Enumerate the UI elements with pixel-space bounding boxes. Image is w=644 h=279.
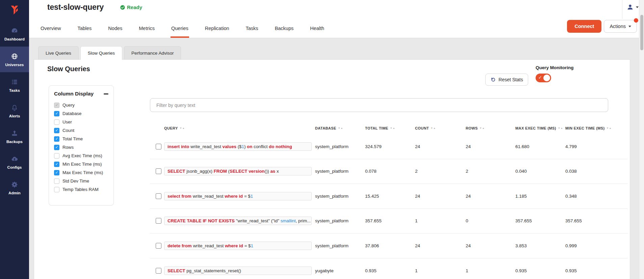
- row-checkbox-cell: [150, 268, 164, 274]
- actions-button[interactable]: Actions: [604, 20, 637, 33]
- checkbox-unchecked[interactable]: [54, 187, 59, 192]
- row-checkbox[interactable]: [156, 243, 161, 249]
- sort-arrows-icon: ▼▲: [431, 127, 436, 129]
- collapse-icon[interactable]: [104, 93, 108, 94]
- checkbox-checked[interactable]: ✓: [54, 170, 59, 175]
- column-header-max-exec-time-ms[interactable]: MAX EXEC TIME (MS)▼▲: [515, 126, 565, 130]
- column-option-rows[interactable]: ✓Rows: [54, 143, 108, 151]
- cell-max-exec-time-ms: 0.040: [515, 169, 565, 174]
- column-option-label: Std Dev Time: [62, 178, 89, 184]
- column-option-total-time[interactable]: ✓Total Time: [54, 135, 108, 143]
- column-option-temp-tables-ram[interactable]: Temp Tables RAM: [54, 185, 108, 194]
- sidebar-item-alerts[interactable]: Alerts: [0, 98, 29, 123]
- column-option-avg-exec-time-ms[interactable]: Avg Exec Time (ms): [54, 151, 108, 160]
- tab-nodes[interactable]: Nodes: [107, 26, 123, 38]
- connect-button[interactable]: Connect: [567, 20, 601, 33]
- checkbox-unchecked[interactable]: [54, 119, 59, 125]
- cell-total-time: 0.935: [365, 268, 415, 273]
- query-text[interactable]: delete from write_read_test where id = $…: [164, 242, 312, 250]
- chevron-down-icon: [628, 26, 631, 27]
- status-label: Ready: [127, 4, 142, 10]
- checkbox-checked[interactable]: ✓: [54, 111, 59, 116]
- cell-max-exec-time-ms: 61.680: [515, 144, 565, 149]
- column-header-count[interactable]: COUNT▼▲: [415, 126, 466, 130]
- column-option-label: Rows: [62, 145, 74, 150]
- column-header-total-time[interactable]: TOTAL TIME▼▲: [365, 126, 415, 130]
- query-text[interactable]: SELECT jsonb_agg(x) FROM (SELECT version…: [164, 167, 312, 175]
- column-option-max-exec-time-ms[interactable]: ✓Max Exec Time (ms): [54, 168, 108, 177]
- query-filter-input[interactable]: [150, 98, 608, 112]
- query-segment-kw: select from: [168, 194, 193, 199]
- query-text[interactable]: SELECT pg_stat_statements_reset(): [164, 267, 312, 275]
- column-header-min-exec-time-ms[interactable]: MIN EXEC TIME (MS)▼▲: [565, 126, 628, 130]
- table-row[interactable]: SELECT jsonb_agg(x) FROM (SELECT version…: [150, 159, 628, 184]
- column-option-min-exec-time-ms[interactable]: ✓Min Exec Time (ms): [54, 160, 108, 168]
- cell-rows: 24: [466, 194, 515, 199]
- row-checkbox[interactable]: [156, 268, 161, 274]
- subtab-performance-advisor[interactable]: Performance Advisor: [124, 46, 181, 59]
- cell-count: 24: [415, 144, 466, 149]
- tab-queries[interactable]: Queries: [171, 26, 189, 38]
- sidebar-item-dashboard[interactable]: Dashboard: [0, 21, 29, 47]
- checkbox-checked[interactable]: ✓: [54, 128, 59, 133]
- column-option-query[interactable]: ✓Query: [54, 101, 108, 109]
- query-cell: CREATE TABLE IF NOT EXISTS "write_read_t…: [164, 217, 315, 225]
- row-checkbox[interactable]: [156, 144, 161, 149]
- column-header-database[interactable]: DATABASE▼▲: [315, 126, 365, 130]
- sidebar-item-admin[interactable]: Admin: [0, 175, 29, 200]
- tab-replication[interactable]: Replication: [204, 26, 230, 38]
- table-row[interactable]: delete from write_read_test where id = $…: [150, 233, 628, 258]
- query-segment-pl: pg_stat_statements_reset(): [186, 268, 241, 273]
- checkbox-checked[interactable]: ✓: [54, 162, 59, 167]
- query-text[interactable]: insert into write_read_test values ($1) …: [164, 142, 312, 151]
- subtab-slow-queries[interactable]: Slow Queries: [80, 46, 122, 60]
- row-checkbox-cell: [150, 193, 164, 199]
- sort-arrows-icon: ▼▲: [558, 127, 563, 129]
- tab-health[interactable]: Health: [309, 26, 325, 38]
- column-option-count[interactable]: ✓Count: [54, 126, 108, 135]
- query-cell: delete from write_read_test where id = $…: [164, 242, 315, 250]
- sidebar-item-universes[interactable]: Universes: [0, 47, 29, 72]
- table-row[interactable]: SELECT pg_stat_statements_reset()yugabyt…: [150, 258, 628, 279]
- checkbox-checked[interactable]: ✓: [54, 136, 59, 142]
- user-menu[interactable]: [626, 3, 639, 11]
- checkbox-unchecked[interactable]: [54, 153, 59, 159]
- sidebar-item-configs[interactable]: Configs: [0, 149, 29, 175]
- query-segment-pl: "write_read_test" ("id": [236, 218, 281, 223]
- query-cell: SELECT pg_stat_statements_reset(): [164, 267, 315, 275]
- scrollbar-thumb[interactable]: [640, 15, 643, 50]
- row-checkbox[interactable]: [156, 168, 161, 174]
- sidebar-item-backups[interactable]: Backups: [0, 123, 29, 149]
- column-option-user[interactable]: User: [54, 118, 108, 126]
- query-text[interactable]: select from write_read_test where id = $…: [164, 192, 312, 200]
- tab-metrics[interactable]: Metrics: [138, 26, 155, 38]
- cell-rows: 1: [466, 268, 515, 273]
- checkbox-checked[interactable]: ✓: [54, 145, 59, 150]
- topbar: test-slow-query Ready OverviewTablesNode…: [29, 0, 644, 38]
- subtab-live-queries[interactable]: Live Queries: [38, 46, 79, 59]
- query-segment-pl: write_read_test: [193, 243, 225, 248]
- row-checkbox[interactable]: [156, 218, 161, 224]
- column-header-rows[interactable]: ROWS▼▲: [466, 126, 515, 130]
- column-option-database[interactable]: ✓Database: [54, 109, 108, 118]
- tab-tables[interactable]: Tables: [77, 26, 92, 38]
- tab-tasks[interactable]: Tasks: [245, 26, 259, 38]
- yugabyte-logo[interactable]: [0, 0, 29, 21]
- table-row[interactable]: CREATE TABLE IF NOT EXISTS "write_read_t…: [150, 209, 628, 234]
- column-header-query[interactable]: QUERY▼▲: [164, 126, 315, 130]
- query-text[interactable]: CREATE TABLE IF NOT EXISTS "write_read_t…: [164, 217, 312, 225]
- query-segment-pl: , prim...: [296, 218, 311, 223]
- checkbox-checked[interactable]: ✓: [54, 103, 59, 108]
- query-cell: select from write_read_test where id = $…: [164, 192, 315, 200]
- table-row[interactable]: insert into write_read_test values ($1) …: [150, 134, 628, 159]
- cell-count: 1: [415, 268, 466, 273]
- sort-arrows-icon: ▼▲: [180, 127, 185, 129]
- tab-overview[interactable]: Overview: [40, 26, 61, 38]
- checkbox-unchecked[interactable]: [54, 178, 59, 184]
- table-row[interactable]: select from write_read_test where id = $…: [150, 184, 628, 209]
- sidebar-item-tasks[interactable]: Tasks: [0, 72, 29, 98]
- row-checkbox[interactable]: [156, 193, 161, 199]
- column-option-std-dev-time[interactable]: Std Dev Time: [54, 177, 108, 185]
- row-checkbox-cell: [150, 144, 164, 149]
- tab-backups[interactable]: Backups: [274, 26, 294, 38]
